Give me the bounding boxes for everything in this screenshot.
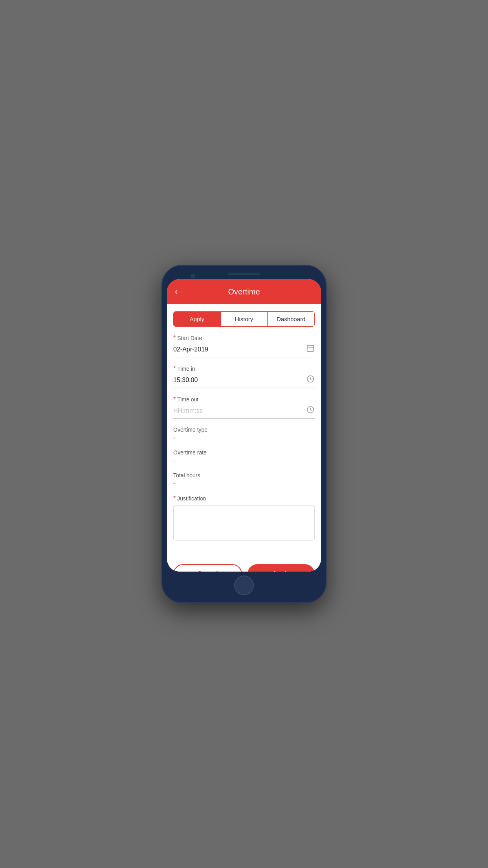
total-hours-field: Total hours - [173,472,315,487]
start-date-value: 02-Apr-2019 [173,346,306,353]
back-button[interactable]: ‹ [175,287,178,296]
time-in-label: * Time in [173,365,315,372]
tabs-container: Apply History Dashboard [173,311,315,327]
start-date-input-row[interactable]: 02-Apr-2019 [173,344,315,357]
clock-icon-timein[interactable] [306,375,315,385]
page-title: Overtime [228,287,260,296]
cancel-button[interactable]: Cancel [173,564,242,572]
time-in-input-row[interactable]: 15:30:00 [173,375,315,388]
start-date-label: * Start Date [173,335,315,342]
required-star-timein: * [173,365,176,372]
phone-screen: ‹ Overtime Apply History Dashboard * Sta… [167,279,321,572]
form-container: * Start Date 02-Apr-2019 [167,327,321,558]
phone-bottom-bar [167,572,321,598]
clock-icon-timeout[interactable] [306,405,315,416]
tab-history[interactable]: History [221,312,268,326]
overtime-rate-label: Overtime rate [173,449,315,456]
time-out-field: * Time out HH:mm:ss [173,396,315,419]
time-out-input-row[interactable]: HH:mm:ss [173,405,315,419]
tab-apply[interactable]: Apply [174,312,221,326]
action-buttons: Cancel Apply [167,558,321,572]
apply-button[interactable]: Apply [248,564,315,572]
tab-dashboard[interactable]: Dashboard [268,312,314,326]
start-date-field: * Start Date 02-Apr-2019 [173,335,315,357]
phone-device: ‹ Overtime Apply History Dashboard * Sta… [161,265,327,603]
justification-label: * Justification [173,495,315,502]
phone-speaker [228,273,260,275]
time-out-label: * Time out [173,396,315,403]
overtime-type-label: Overtime type [173,427,315,433]
time-out-placeholder: HH:mm:ss [173,407,306,414]
total-hours-label: Total hours [173,472,315,478]
time-in-value: 15:30:00 [173,377,306,384]
required-star-timeout: * [173,396,176,403]
time-in-field: * Time in 15:30:00 [173,365,315,388]
total-hours-value: - [173,480,315,487]
home-button[interactable] [234,576,254,595]
phone-top-bar [167,270,321,279]
overtime-rate-field: Overtime rate - [173,449,315,464]
justification-textarea[interactable] [173,505,315,541]
overtime-type-value: - [173,434,315,441]
app-content: Apply History Dashboard * Start Date 02-… [167,304,321,572]
required-star: * [173,335,176,342]
overtime-rate-value: - [173,457,315,464]
required-star-justification: * [173,495,176,502]
svg-rect-0 [307,346,314,352]
overtime-type-field: Overtime type - [173,427,315,441]
app-header: ‹ Overtime [167,279,321,304]
calendar-icon[interactable] [306,344,315,355]
phone-camera [191,274,195,278]
justification-field: * Justification [173,495,315,542]
